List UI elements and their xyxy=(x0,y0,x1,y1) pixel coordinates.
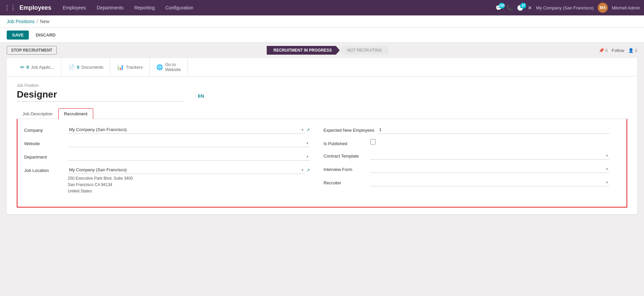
breadcrumb-parent[interactable]: Job Positions xyxy=(7,19,35,24)
website-row: Website xyxy=(24,139,310,147)
documents-label: Documents xyxy=(82,65,104,70)
avatar[interactable]: MA xyxy=(598,3,608,13)
messages-badge: 100 xyxy=(499,3,505,9)
interview-form-value xyxy=(370,165,609,173)
discard-button[interactable]: DISCARD xyxy=(32,31,59,40)
location-external-link-icon[interactable]: ↗ xyxy=(306,168,310,173)
job-location-row: Job Location My Company (San Francisco) … xyxy=(24,166,310,195)
phone-icon[interactable]: 📞 xyxy=(506,5,513,11)
contract-template-row: Contract Template xyxy=(323,152,609,160)
recruitment-in-progress-badge[interactable]: RECRUITMENT IN PROGRESS xyxy=(267,46,340,55)
is-published-value xyxy=(370,139,609,145)
save-button[interactable]: SAVE xyxy=(7,31,29,40)
job-location-select[interactable]: My Company (San Francisco) xyxy=(68,166,305,174)
contract-template-label: Contract Template xyxy=(323,152,367,159)
chart-icon: 📊 xyxy=(117,64,124,70)
department-select[interactable] xyxy=(68,153,310,161)
brand-name: Employees xyxy=(19,4,51,11)
action-bar: SAVE DISCARD xyxy=(0,28,644,43)
job-applications-button[interactable]: ✏ 0 Job Applic... xyxy=(13,58,61,76)
department-row: Department xyxy=(24,153,310,161)
company-external-link-icon[interactable]: ↗ xyxy=(306,127,310,132)
documents-count: 0 xyxy=(77,65,79,70)
contract-template-select[interactable] xyxy=(370,152,609,160)
language-badge[interactable]: EN xyxy=(198,94,204,99)
applications-label: Job Applic... xyxy=(31,65,54,70)
left-column: Company My Company (San Francisco) ↗ xyxy=(24,126,310,200)
document-icon: 📄 xyxy=(68,64,75,70)
interview-form-select[interactable] xyxy=(370,165,609,173)
company-value: My Company (San Francisco) ↗ xyxy=(68,126,310,134)
department-label: Department xyxy=(24,153,64,160)
documents-button[interactable]: 📄 0 Documents xyxy=(61,58,110,76)
company-row: Company My Company (San Francisco) ↗ xyxy=(24,126,310,134)
form-body: Job Position Designer EN Job Description… xyxy=(7,76,637,214)
goto-website-button[interactable]: 🌐 Go toWebsite xyxy=(150,58,188,76)
smart-buttons: ✏ 0 Job Applic... 📄 0 Documents 📊 Tracke… xyxy=(7,58,637,76)
is-published-checkbox[interactable] xyxy=(370,139,376,144)
topnav: ⋮⋮ Employees Employees Departments Repor… xyxy=(0,0,644,15)
pin-icon[interactable]: 📌 0 xyxy=(599,48,608,53)
contract-template-value xyxy=(370,152,609,160)
trackers-label: Trackers xyxy=(126,65,143,70)
stop-recruitment-button[interactable]: STOP RECRUITMENT xyxy=(7,46,57,55)
right-column: Expected New Employees Is Published xyxy=(323,126,609,200)
menu-employees[interactable]: Employees xyxy=(58,3,91,12)
website-select[interactable] xyxy=(68,139,310,147)
clock-icon[interactable]: 🕐37 xyxy=(517,5,524,11)
address-line3: United States xyxy=(68,188,310,194)
edit-icon: ✏ xyxy=(20,64,24,70)
menu-departments[interactable]: Departments xyxy=(92,3,128,12)
address-line2: San Francisco CA 94134 xyxy=(68,182,310,188)
address-block: 250 Executive Park Blvd, Suite 3400 San … xyxy=(68,175,310,195)
interview-form-row: Interview Form xyxy=(323,165,609,173)
recruiter-select[interactable] xyxy=(370,178,609,186)
department-value xyxy=(68,153,310,161)
followers-icon[interactable]: 👤 0 xyxy=(628,48,637,53)
admin-name: Mitchell Admin xyxy=(612,5,640,10)
recruitment-tab-content: Company My Company (San Francisco) ↗ xyxy=(17,119,627,208)
topnav-right: 💬100 📞 🕐37 ✕ My Company (San Francisco) … xyxy=(495,3,640,13)
tab-job-description[interactable]: Job Description xyxy=(17,108,58,119)
is-published-label: Is Published xyxy=(323,139,367,146)
is-published-row: Is Published xyxy=(323,139,609,146)
breadcrumb-current: New xyxy=(40,19,49,24)
status-bar: STOP RECRUITMENT RECRUITMENT IN PROGRESS… xyxy=(7,46,637,55)
address-line1: 250 Executive Park Blvd, Suite 3400 xyxy=(68,175,310,182)
messages-icon[interactable]: 💬100 xyxy=(495,5,502,11)
website-value xyxy=(68,139,310,147)
main-content: STOP RECRUITMENT RECRUITMENT IN PROGRESS… xyxy=(0,43,644,296)
recruitment-columns: Company My Company (San Francisco) ↗ xyxy=(24,126,620,200)
tab-recruitment[interactable]: Recruitment xyxy=(58,108,93,119)
close-icon[interactable]: ✕ xyxy=(528,5,532,11)
status-right-area: 📌 0 Follow 👤 0 xyxy=(599,48,637,53)
menu-reporting[interactable]: Reporting xyxy=(129,3,159,12)
applications-count: 0 xyxy=(26,65,29,70)
recruiter-row: Recruiter xyxy=(323,178,609,186)
form-card: ✏ 0 Job Applic... 📄 0 Documents 📊 Tracke… xyxy=(7,58,637,214)
expected-employees-value xyxy=(378,126,609,134)
top-menu: Employees Departments Reporting Configur… xyxy=(58,3,495,12)
job-position-title[interactable]: Designer xyxy=(17,89,184,102)
job-position-label: Job Position xyxy=(17,83,627,88)
breadcrumb-separator: / xyxy=(37,19,38,24)
follow-button[interactable]: Follow xyxy=(612,48,625,53)
company-label: Company xyxy=(24,126,64,133)
apps-menu-icon[interactable]: ⋮⋮ xyxy=(4,4,16,11)
expected-employees-row: Expected New Employees xyxy=(323,126,609,134)
recruiter-value xyxy=(370,178,609,186)
expected-employees-input[interactable] xyxy=(378,126,609,134)
clock-badge: 37 xyxy=(520,3,526,9)
interview-form-label: Interview Form xyxy=(323,165,367,172)
website-label: Go toWebsite xyxy=(165,62,181,72)
not-recruiting-badge[interactable]: NOT RECRUITING xyxy=(339,46,388,55)
menu-configuration[interactable]: Configuration xyxy=(161,3,198,12)
job-location-value: My Company (San Francisco) ↗ 250 Executi… xyxy=(68,166,310,195)
job-location-label: Job Location xyxy=(24,166,64,173)
breadcrumb: Job Positions / New xyxy=(0,15,644,28)
company-select[interactable]: My Company (San Francisco) xyxy=(68,126,305,134)
status-pipeline: RECRUITMENT IN PROGRESS NOT RECRUITING xyxy=(267,46,388,55)
expected-employees-label: Expected New Employees xyxy=(323,126,374,133)
website-label: Website xyxy=(24,139,64,146)
trackers-button[interactable]: 📊 Trackers xyxy=(110,58,150,76)
